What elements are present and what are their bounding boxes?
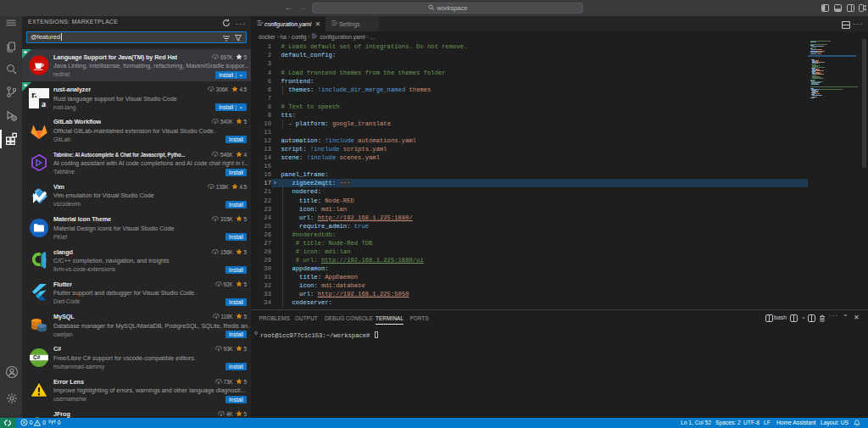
svg-text:C#: C# [33,354,41,360]
svg-text:a: a [42,98,46,108]
svg-text:r.: r. [31,89,37,99]
